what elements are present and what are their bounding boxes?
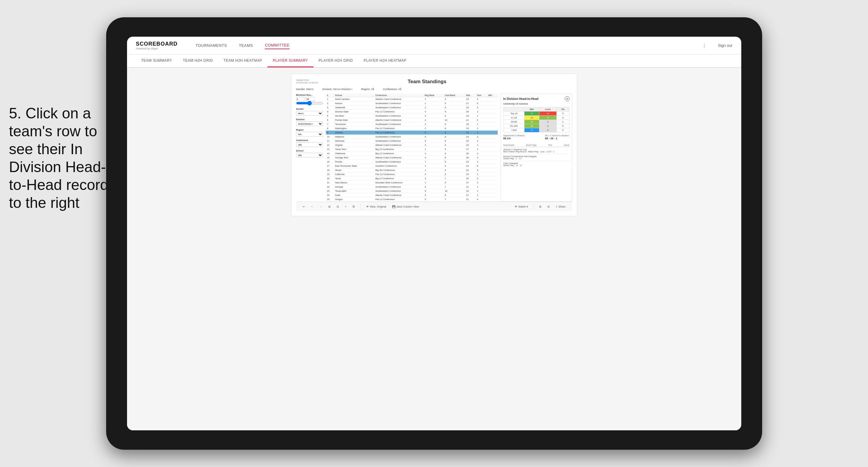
- min-rounds-max-input[interactable]: [306, 97, 315, 101]
- subnav-player-summary[interactable]: PLAYER SUMMARY: [268, 54, 313, 67]
- school-select[interactable]: (All): [296, 153, 323, 157]
- close-button[interactable]: ✕: [565, 96, 569, 101]
- subnav-player-h2h-heatmap[interactable]: PLAYER H2H HEATMAP: [359, 54, 412, 67]
- cell-tour: 1: [475, 131, 487, 135]
- table-row[interactable]: 7 Tennessee Southeastern Conference 4 6 …: [326, 122, 498, 126]
- table-row[interactable]: 19 California Pac-12 Conference 4 8 24 2: [326, 173, 498, 177]
- table-row[interactable]: 25 Oregon Pac-12 Conference 5 7 21 0: [326, 197, 498, 201]
- cell-conf-rank: 9: [444, 97, 465, 101]
- cell-win: [487, 156, 498, 160]
- cell-win: [487, 126, 498, 131]
- cell-rds: 22: [465, 139, 476, 143]
- cell-conf-rank: 8: [444, 105, 465, 110]
- cell-school: Duke: [334, 193, 374, 197]
- undo-button[interactable]: ↩: [301, 205, 307, 209]
- calendar-button[interactable]: 🗓: [351, 205, 357, 209]
- cell-rank: 7: [326, 122, 334, 126]
- table-row[interactable]: 23 Texas A&M Southeastern Conference 9 1…: [326, 189, 498, 193]
- table-row[interactable]: 17 East Tennessee State Southern Confere…: [326, 164, 498, 168]
- cell-rank: 5: [326, 114, 334, 118]
- table-row[interactable]: 8 Washington Pac-12 Conference 2 8 23 1: [326, 126, 498, 131]
- cell-school: Ole Miss: [334, 114, 374, 118]
- table-row[interactable]: 2 Auburn Southeastern Conference 1 9 27 …: [326, 101, 498, 105]
- add-button[interactable]: +: [343, 205, 348, 209]
- cell-conf-rank: 8: [444, 139, 465, 143]
- save-custom-view-button[interactable]: 💾 Save Custom View: [390, 205, 421, 209]
- copy-button[interactable]: ⊞: [327, 205, 333, 209]
- min-rounds-slider[interactable]: [296, 102, 323, 105]
- division-select[interactable]: NCAA Division I: [296, 121, 323, 126]
- table-row[interactable]: 6 Florida State Atlantic Coast Conferenc…: [326, 118, 498, 122]
- table-row[interactable]: 11 Arkansas Southeastern Conference 6 8 …: [326, 139, 498, 143]
- right-panel: In Division Head-to-Head ✕ University of…: [501, 94, 572, 201]
- cell-rds: 21: [465, 197, 476, 201]
- cell-tour: 1: [475, 143, 487, 147]
- table-row[interactable]: 18 Illinois Big Ten Conference 1 9 25 3: [326, 168, 498, 173]
- opponents-label: Opponents in division:: [503, 134, 525, 137]
- cell-conference: Southern Conference: [374, 164, 424, 168]
- school-filter: School (All): [296, 149, 323, 157]
- watch-button[interactable]: 👁 Watch ▾: [513, 205, 530, 209]
- table-row[interactable]: 12 Virginia Atlantic Coast Conference 3 …: [326, 143, 498, 147]
- cell-conf-rank: 10: [444, 189, 465, 193]
- cell-conf-rank: 7: [444, 197, 465, 201]
- conference-select[interactable]: (All): [296, 142, 323, 147]
- cell-reg-rank: 1: [424, 101, 443, 105]
- back-button[interactable]: ←: [309, 205, 315, 209]
- cell-rank: 12: [326, 143, 334, 147]
- table-row[interactable]: 3 Vanderbilt Southeastern Conference 2 8…: [326, 105, 498, 110]
- region-select[interactable]: N/A: [296, 132, 323, 136]
- cell-school: Georgia Tech: [334, 156, 374, 160]
- subnav-team-h2h-heatmap[interactable]: TEAM H2H HEATMAP: [218, 54, 268, 67]
- cell-school: New Mexico: [334, 181, 374, 185]
- tourn-detail-3: Stroke Play 11 17: [503, 164, 569, 166]
- share-button[interactable]: ⤴ Share: [554, 205, 567, 209]
- cell-rank: 14: [326, 152, 334, 156]
- paste-button[interactable]: ⊟: [335, 205, 341, 209]
- gender-select[interactable]: Men's: [296, 111, 323, 116]
- forward-button[interactable]: →: [318, 205, 324, 209]
- table-row[interactable]: 9 Arizona Pac-12 Conference 5 8 26 1: [326, 131, 498, 135]
- min-rounds-min-input[interactable]: [296, 97, 305, 101]
- update-time-block: Update time: 27/03/2024 15:56:26: [296, 79, 318, 84]
- cell-conference: Southeastern Conference: [374, 114, 424, 118]
- cell-rds: 27: [465, 193, 476, 197]
- nav-committee[interactable]: COMMITTEE: [265, 42, 289, 49]
- cell-win: [487, 181, 498, 185]
- region-filter: Region N/A: [296, 128, 323, 136]
- table-row[interactable]: 14 Oklahoma Big 12 Conference 4 8 26 2: [326, 152, 498, 156]
- cell-conf-rank: 8: [444, 135, 465, 139]
- nav-teams[interactable]: TEAMS: [239, 42, 253, 49]
- cell-conference: Atlantic Coast Conference: [374, 97, 424, 101]
- opponents-value: 99.1%: [503, 137, 525, 140]
- col-win: Win: [487, 94, 498, 97]
- cell-rds: 24: [465, 173, 476, 177]
- nav-tournaments[interactable]: TOURNAMENTS: [196, 42, 227, 49]
- panel-header: In Division Head-to-Head ✕: [503, 96, 569, 101]
- subnav-player-h2h-grid[interactable]: PLAYER H2H GRID: [313, 54, 359, 67]
- table-row[interactable]: 4 Arizona State Pac-12 Conference 4 6 26…: [326, 110, 498, 114]
- layout-button[interactable]: ⊟: [546, 205, 552, 209]
- table-row[interactable]: 5 Ole Miss Southeastern Conference 3 6 1…: [326, 114, 498, 118]
- subnav-team-summary[interactable]: TEAM SUMMARY: [136, 54, 178, 67]
- view-original-button[interactable]: 👁 View: Original: [364, 205, 388, 209]
- sign-out-button[interactable]: Sign out: [718, 43, 732, 48]
- grid-button[interactable]: ⊞: [537, 205, 543, 209]
- table-row[interactable]: 10 Alabama Southeastern Conference 5 8 2…: [326, 135, 498, 139]
- table-row[interactable]: 20 Texas Big 12 Conference 3 7 20 0: [326, 177, 498, 181]
- division-filter: Division NCAA Division I: [296, 118, 323, 126]
- table-row[interactable]: 16 Florida Southeastern Conference 7 9 2…: [326, 160, 498, 164]
- col-conference: Conference: [374, 94, 424, 97]
- table-row[interactable]: 15 Georgia Tech Atlantic Coast Conferenc…: [326, 156, 498, 160]
- cell-reg-rank: 9: [424, 189, 443, 193]
- table-row[interactable]: 13 Texas Tech Big 12 Conference 1 9 27 2: [326, 147, 498, 152]
- watch-chevron: ▾: [527, 205, 528, 208]
- h2h-loss-51-100: 3: [539, 124, 556, 128]
- table-row[interactable]: 1 North Carolina Atlantic Coast Conferen…: [326, 97, 498, 101]
- table-row[interactable]: 22 Georgia Southeastern Conference 8 7 2…: [326, 185, 498, 189]
- table-row[interactable]: 21 New Mexico Mountain West Conference 1…: [326, 181, 498, 185]
- cell-tour: 3: [475, 139, 487, 143]
- col-rds: Rds: [465, 94, 476, 97]
- table-row[interactable]: 24 Duke Atlantic Coast Conference 5 9 27…: [326, 193, 498, 197]
- subnav-team-h2h-grid[interactable]: TEAM H2H GRID: [178, 54, 218, 67]
